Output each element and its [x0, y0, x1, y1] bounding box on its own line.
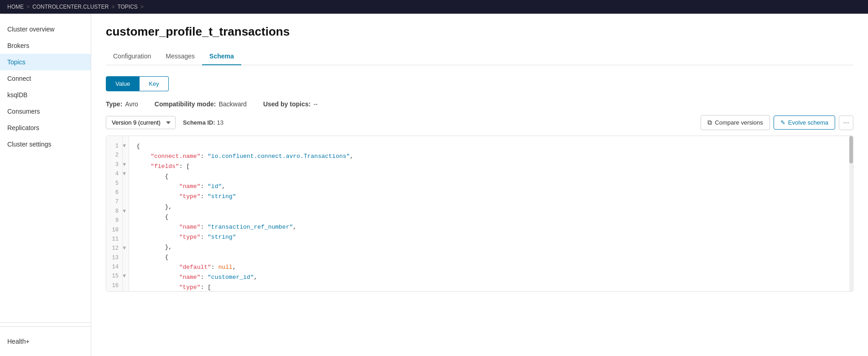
used-value: --	[313, 100, 317, 108]
sidebar-item-topics[interactable]: Topics	[0, 54, 91, 70]
breadcrumb-sep3: >	[140, 4, 144, 10]
schema-controls: Version 9 (current) Version 8 Version 7 …	[106, 115, 853, 130]
breadcrumb-sep1: >	[26, 4, 30, 10]
sidebar-item-replicators[interactable]: Replicators	[0, 120, 91, 136]
version-select[interactable]: Version 9 (current) Version 8 Version 7 …	[106, 116, 176, 129]
scrollbar-thumb[interactable]	[849, 136, 853, 163]
evolve-icon: ✎	[780, 119, 785, 126]
sidebar-divider	[0, 322, 91, 323]
sidebar-item-health-plus[interactable]: Health+	[7, 334, 83, 349]
sidebar-item-cluster-settings[interactable]: Cluster settings	[0, 136, 91, 152]
action-buttons: ⧉ Compare versions ✎ Evolve schema ···	[701, 115, 853, 130]
breadcrumb-topics[interactable]: TOPICS	[117, 4, 137, 10]
code-viewer: 123456789101112131415161718 ▼ ▼▼ ▼ ▼ ▼ {…	[106, 136, 853, 292]
code-inner: 123456789101112131415161718 ▼ ▼▼ ▼ ▼ ▼ {…	[106, 136, 853, 291]
breadcrumb-cluster[interactable]: CONTROLCENTER.CLUSTER	[32, 4, 109, 10]
type-value: Avro	[125, 100, 138, 108]
schema-id: Schema ID: 13	[183, 119, 223, 126]
page-title: customer_profile_t_transactions	[106, 25, 853, 39]
main-layout: Cluster overview Brokers Topics Connect …	[0, 14, 868, 356]
value-toggle-button[interactable]: Value	[106, 76, 140, 91]
sidebar-item-connect[interactable]: Connect	[0, 70, 91, 87]
tabs: Configuration Messages Schema	[106, 48, 853, 65]
sidebar-item-ksqldb[interactable]: ksqlDB	[0, 87, 91, 103]
scrollbar-track	[849, 136, 853, 291]
tab-configuration[interactable]: Configuration	[106, 48, 158, 65]
breadcrumb-sep2: >	[111, 4, 114, 10]
compat-value: Backward	[218, 100, 246, 108]
used-label: Used by topics:	[263, 100, 311, 108]
sidebar-nav: Cluster overview Brokers Topics Connect …	[0, 14, 91, 319]
more-icon: ···	[843, 119, 849, 127]
sidebar-item-brokers[interactable]: Brokers	[0, 37, 91, 54]
sidebar-bottom: Health+	[0, 326, 91, 356]
version-select-wrapper: Version 9 (current) Version 8 Version 7 …	[106, 116, 223, 129]
sidebar: Cluster overview Brokers Topics Connect …	[0, 14, 91, 356]
tab-schema[interactable]: Schema	[202, 48, 241, 65]
code-content: { "connect.name": "io.confluent.connect.…	[129, 136, 853, 291]
type-label: Type:	[106, 100, 122, 108]
evolve-schema-button[interactable]: ✎ Evolve schema	[774, 115, 835, 130]
key-toggle-button[interactable]: Key	[140, 76, 168, 91]
more-options-button[interactable]: ···	[839, 115, 853, 130]
compat-label: Compatibility mode:	[155, 100, 216, 108]
compare-icon: ⧉	[707, 119, 712, 126]
content-area: customer_profile_t_transactions Configur…	[91, 14, 868, 356]
schema-info: Type: Avro Compatibility mode: Backward …	[106, 100, 853, 108]
tab-messages[interactable]: Messages	[158, 48, 202, 65]
breadcrumb-home[interactable]: HOME	[7, 4, 24, 10]
expand-column: ▼ ▼▼ ▼ ▼ ▼	[123, 136, 129, 291]
line-numbers: 123456789101112131415161718	[106, 136, 123, 291]
sidebar-item-cluster-overview[interactable]: Cluster overview	[0, 21, 91, 37]
breadcrumb-bar: HOME > CONTROLCENTER.CLUSTER > TOPICS >	[0, 0, 868, 14]
toggle-buttons: Value Key	[106, 76, 853, 91]
compare-versions-button[interactable]: ⧉ Compare versions	[701, 115, 770, 130]
sidebar-item-consumers[interactable]: Consumers	[0, 103, 91, 120]
